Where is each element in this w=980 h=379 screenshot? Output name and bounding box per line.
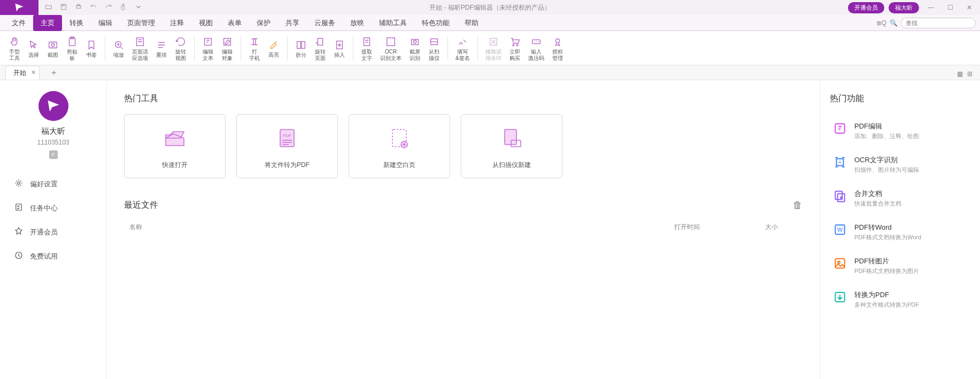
menu-9[interactable]: 共享 [278, 15, 307, 31]
ribbon-activate[interactable]: 输入 激活码 [525, 34, 547, 63]
menu-4[interactable]: 页面管理 [120, 15, 163, 31]
svg-rect-3 [78, 4, 80, 5]
menu-7[interactable]: 表单 [220, 15, 249, 31]
ribbon-rotateview[interactable]: 旋转 视图 [172, 34, 190, 63]
user-badge: F [49, 150, 58, 159]
open-icon [162, 123, 188, 153]
menu-8[interactable]: 保护 [249, 15, 278, 31]
ribbon-license[interactable]: 授权 管理 [549, 34, 567, 63]
extract-icon [361, 35, 373, 49]
minimize-button[interactable]: — [923, 2, 938, 13]
ribbon-extract[interactable]: 提取 文字 [358, 34, 376, 63]
menu-1[interactable]: 主页 [33, 15, 62, 31]
svg-point-26 [18, 182, 20, 185]
save-icon[interactable] [60, 3, 67, 12]
menu-11[interactable]: 放映 [343, 15, 372, 31]
search-input[interactable] [901, 18, 976, 28]
print-icon[interactable] [75, 3, 82, 12]
feature-edit[interactable]: PDF编辑添加、删除、注释、绘图 [830, 114, 970, 148]
vip-button[interactable]: 开通会员 [848, 2, 884, 13]
search-icon: 🔍 [890, 19, 898, 27]
sidebar-item-tasks[interactable]: 任务中心 [10, 196, 97, 220]
ribbon-ocr[interactable]: OCR 识别文本 [377, 34, 405, 63]
undo-icon[interactable] [90, 3, 97, 12]
trash-icon[interactable]: 🗑 [793, 200, 802, 211]
avatar[interactable] [38, 91, 68, 121]
card-open[interactable]: 快速打开 [124, 114, 226, 178]
svg-rect-13 [302, 41, 305, 48]
split-icon [295, 38, 307, 52]
user-pill[interactable]: 福大昕 [889, 2, 919, 13]
titlebar: 开始 - 福昕PDF编辑器（未经授权的产品） 开通会员 福大昕 — ☐ ✕ [0, 0, 980, 15]
menu-5[interactable]: 注释 [163, 15, 191, 31]
grid-view-icon[interactable]: ▦ [957, 70, 963, 78]
dropdown-icon[interactable] [135, 3, 142, 12]
ribbon-fitpage[interactable]: 页面适 应选项 [129, 34, 151, 63]
ribbon-hand[interactable]: 手型 工具 [5, 34, 24, 63]
sidebar-item-trial[interactable]: 免费试用 [10, 244, 97, 268]
layout-icon[interactable]: ⊞ [967, 70, 973, 78]
sidebar-item-vip[interactable]: 开通会员 [10, 220, 97, 244]
touch-icon[interactable] [120, 3, 127, 12]
svg-point-22 [513, 44, 514, 46]
svg-rect-27 [16, 204, 22, 210]
ribbon-rotatepage[interactable]: 旋转 页面 [311, 34, 329, 63]
rotatepage-icon [314, 35, 326, 49]
svg-rect-17 [387, 37, 395, 46]
sidebar-item-prefs[interactable]: 偏好设置 [10, 172, 97, 196]
license-icon [552, 35, 564, 49]
open-icon[interactable] [45, 3, 52, 12]
ribbon-snap[interactable]: 截屏 识别 [406, 34, 424, 63]
options-icon[interactable]: ≣Q [876, 19, 886, 27]
card-convert[interactable]: PDF将文件转为PDF [236, 114, 338, 178]
tab-close-icon[interactable]: ✕ [31, 69, 36, 76]
highlight-icon [268, 38, 280, 52]
tasks-icon [14, 202, 24, 214]
feature-ocr[interactable]: AOCR文字识别扫描件、图片转为可编辑 [830, 148, 970, 181]
menu-14[interactable]: 帮助 [457, 15, 486, 31]
ribbon-editobj[interactable]: 编辑 对象 [218, 34, 236, 63]
ribbon-reflow[interactable]: 重排 [152, 37, 171, 59]
maximize-button[interactable]: ☐ [943, 2, 958, 13]
ribbon-highlight[interactable]: 高亮 [265, 37, 283, 59]
ribbon-typewriter[interactable]: 打 字机 [245, 34, 264, 63]
redo-icon[interactable] [105, 3, 112, 12]
recent-columns: 名称 打开时间 大小 [124, 218, 802, 236]
trywm-icon [488, 35, 499, 49]
hand-icon [9, 35, 20, 49]
ribbon-bookmark[interactable]: 书签 [82, 37, 101, 59]
feature-merge[interactable]: 合并文档快速批量合并文档 [830, 181, 970, 215]
tab-start[interactable]: 开始 ✕ [5, 66, 40, 80]
tab-label: 开始 [13, 69, 26, 78]
tools-section-title: 热门工具 [124, 93, 802, 104]
ribbon-zoom[interactable]: 缩放 [110, 37, 128, 59]
ribbon-screenshot[interactable]: 截图 [44, 37, 62, 59]
menu-2[interactable]: 转换 [62, 15, 91, 31]
card-blank[interactable]: 新建空白页 [349, 114, 450, 178]
feature-topdf[interactable]: 转换为PDF多种文件格式转换为PDF [830, 283, 970, 316]
menu-13[interactable]: 特色功能 [414, 15, 457, 31]
close-button[interactable]: ✕ [962, 2, 977, 13]
ribbon-clipboard[interactable]: 剪贴 板 [63, 34, 81, 63]
menu-12[interactable]: 辅助工具 [372, 15, 414, 31]
ribbon-split[interactable]: 折分 [292, 37, 310, 59]
svg-rect-1 [63, 4, 65, 6]
ribbon-insert[interactable]: 插入 [330, 37, 349, 59]
ribbon-fillsign[interactable]: 填写 &签名 [452, 34, 473, 63]
feature-toimg[interactable]: PDF转图片PDF格式文档转换为图片 [830, 249, 970, 283]
fromscan-icon [499, 123, 524, 153]
ribbon-buy[interactable]: 立即 购买 [506, 34, 524, 63]
svg-point-19 [413, 40, 416, 43]
features-title: 热门功能 [830, 93, 970, 104]
tab-add-button[interactable]: + [47, 66, 60, 80]
ribbon-select[interactable]: 选择 [25, 37, 43, 59]
ribbon-scan[interactable]: 从扫 描仪 [425, 34, 443, 63]
ribbon-edittext[interactable]: 编辑 文本 [199, 34, 217, 63]
svg-point-25 [555, 39, 559, 42]
menu-10[interactable]: 云服务 [307, 15, 343, 31]
menu-3[interactable]: 编辑 [91, 15, 120, 31]
card-fromscan[interactable]: 从扫描仪新建 [461, 114, 562, 178]
menu-0[interactable]: 文件 [4, 15, 33, 31]
feature-toword[interactable]: WPDF转WordPDF格式文档转换为Word [830, 215, 970, 249]
menu-6[interactable]: 视图 [191, 15, 220, 31]
